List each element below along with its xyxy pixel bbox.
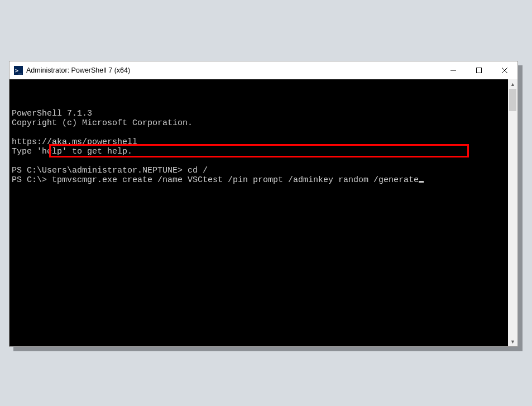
powershell-icon-glyph: >_	[15, 68, 22, 74]
vertical-scrollbar[interactable]: ▲ ▼	[508, 79, 517, 346]
window-controls	[440, 61, 517, 79]
terminal[interactable]: PowerShell 7.1.3Copyright (c) Microsoft …	[9, 79, 508, 346]
terminal-line: Type 'help' to get help.	[12, 147, 508, 156]
svg-rect-1	[477, 68, 482, 73]
powershell-icon: >_	[14, 66, 23, 75]
terminal-line	[12, 156, 508, 166]
minimize-button[interactable]	[440, 61, 466, 79]
terminal-line	[12, 128, 508, 137]
maximize-icon	[476, 68, 482, 73]
titlebar[interactable]: >_ Administrator: PowerShell 7 (x64)	[9, 61, 517, 79]
terminal-line: Copyright (c) Microsoft Corporation.	[12, 118, 508, 128]
powershell-window: >_ Administrator: PowerShell 7 (x64) Pow…	[9, 61, 518, 347]
terminal-container: PowerShell 7.1.3Copyright (c) Microsoft …	[9, 79, 517, 346]
scroll-down-arrow[interactable]: ▼	[508, 337, 517, 346]
terminal-line: PowerShell 7.1.3	[12, 109, 508, 118]
minimize-icon	[450, 68, 456, 73]
terminal-line: https://aka.ms/powershell	[12, 137, 508, 147]
close-button[interactable]	[492, 61, 517, 79]
cursor	[419, 181, 424, 183]
terminal-line: PS C:\> tpmvscmgr.exe create /name VSCte…	[12, 175, 508, 185]
scrollbar-thumb[interactable]	[509, 89, 516, 111]
scrollbar-track[interactable]	[508, 89, 517, 337]
window-title: Administrator: PowerShell 7 (x64)	[26, 66, 130, 74]
terminal-line: PS C:\Users\administrator.NEPTUNE> cd /	[12, 166, 508, 175]
scroll-up-arrow[interactable]: ▲	[508, 79, 517, 89]
maximize-button[interactable]	[466, 61, 492, 79]
close-icon	[502, 68, 507, 73]
